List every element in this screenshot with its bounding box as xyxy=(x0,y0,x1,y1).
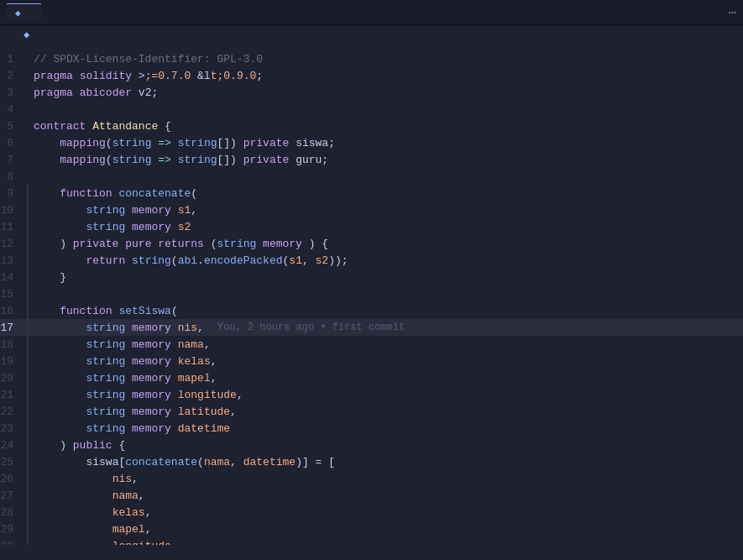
line-number-8: 8 xyxy=(0,170,27,183)
gutter-bar xyxy=(27,185,29,201)
gutter-bar xyxy=(27,336,29,353)
line-number-10: 10 xyxy=(0,204,27,217)
code-line-14: 14 } xyxy=(0,269,743,285)
code-text-23: string memory datetime xyxy=(34,422,230,435)
line-number-29: 29 xyxy=(0,523,27,536)
code-line-23: 23 string memory datetime xyxy=(0,420,743,437)
code-line-13: 13 return string(abi.encodePacked(s1, s2… xyxy=(0,252,743,269)
code-text-7: mapping(string => string[]) private guru… xyxy=(34,154,328,166)
code-text-30: longitude, xyxy=(34,540,178,546)
code-lines: 1// SPDX-License-Identifier: GPL-3.02pra… xyxy=(0,50,743,545)
line-number-7: 7 xyxy=(0,154,27,166)
line-number-24: 24 xyxy=(0,439,27,452)
code-line-2: 2pragma solidity >;=0.7.0 &lt;0.9.0; xyxy=(0,67,743,84)
code-line-28: 28 kelas, xyxy=(0,504,743,521)
code-line-17: 17 string memory nis,You, 2 hours ago • … xyxy=(0,319,743,336)
gutter-bar xyxy=(27,504,29,521)
code-text-18: string memory nama, xyxy=(34,338,211,351)
line-number-14: 14 xyxy=(0,271,27,284)
gutter-bar xyxy=(27,420,29,437)
code-line-15: 15 xyxy=(0,285,743,302)
code-line-3: 3pragma abicoder v2; xyxy=(0,84,743,101)
gutter-bar xyxy=(27,470,29,487)
code-line-10: 10 string memory s1, xyxy=(0,201,743,218)
file-icon: ◆ xyxy=(15,8,21,18)
line-number-26: 26 xyxy=(0,473,27,485)
line-number-17: 17 xyxy=(0,322,27,334)
line-number-21: 21 xyxy=(0,389,27,401)
code-line-21: 21 string memory longitude, xyxy=(0,386,743,403)
code-line-22: 22 string memory latitude, xyxy=(0,403,743,420)
code-text-9: function concatenate( xyxy=(34,187,197,200)
gutter-bar xyxy=(27,537,29,545)
blame-inline-17: You, 2 hours ago • first commit xyxy=(217,322,405,333)
code-line-16: 16 function setSiswa( xyxy=(0,302,743,319)
line-number-9: 9 xyxy=(0,187,27,200)
code-text-25: siswa[concatenate(nama, datetime)] = [ xyxy=(34,456,335,468)
line-number-2: 2 xyxy=(0,70,27,82)
code-text-6: mapping(string => string[]) private sisw… xyxy=(34,137,335,149)
gutter-bar xyxy=(27,453,29,470)
code-text-5: contract Attandance { xyxy=(34,120,171,133)
code-line-19: 19 string memory kelas, xyxy=(0,353,743,369)
gutter-bar xyxy=(27,437,29,453)
code-line-27: 27 nama, xyxy=(0,487,743,504)
gutter-bar xyxy=(27,285,29,302)
code-line-9: 9 function concatenate( xyxy=(0,185,743,201)
code-text-17: string memory nis, xyxy=(34,322,204,334)
breadcrumb: ◆ xyxy=(0,25,743,45)
breadcrumb-file-icon: ◆ xyxy=(24,29,29,41)
gutter-bar xyxy=(27,218,29,235)
code-line-29: 29 mapel, xyxy=(0,521,743,537)
line-number-19: 19 xyxy=(0,355,27,368)
more-button[interactable]: ⋯ xyxy=(728,4,736,21)
gutter-bar xyxy=(27,319,29,336)
editor-area: 1// SPDX-License-Identifier: GPL-3.02pra… xyxy=(0,50,743,545)
line-number-16: 16 xyxy=(0,305,27,317)
line-number-30: 30 xyxy=(0,540,27,546)
line-number-5: 5 xyxy=(0,120,27,133)
code-text-26: nis, xyxy=(34,473,139,485)
code-text-13: return string(abi.encodePacked(s1, s2)); xyxy=(34,254,348,267)
code-line-25: 25 siswa[concatenate(nama, datetime)] = … xyxy=(0,453,743,470)
title-bar-actions: ⋯ xyxy=(708,4,736,21)
line-number-18: 18 xyxy=(0,338,27,351)
code-text-1: // SPDX-License-Identifier: GPL-3.0 xyxy=(34,53,263,65)
line-number-3: 3 xyxy=(0,86,27,99)
gutter-bar xyxy=(27,369,29,386)
code-text-12: ) private pure returns (string memory ) … xyxy=(34,238,328,250)
gutter-bar xyxy=(27,403,29,420)
title-bar: ◆ ⋯ xyxy=(0,0,743,25)
gutter-bar xyxy=(27,252,29,269)
gutter-bar xyxy=(27,302,29,319)
file-tab[interactable]: ◆ xyxy=(7,3,41,22)
line-number-25: 25 xyxy=(0,456,27,468)
gutter-bar xyxy=(27,487,29,504)
line-number-28: 28 xyxy=(0,506,27,519)
code-text-16: function setSiswa( xyxy=(34,305,178,317)
code-line-1: 1// SPDX-License-Identifier: GPL-3.0 xyxy=(0,50,743,67)
code-text-22: string memory latitude, xyxy=(34,406,237,418)
code-line-6: 6 mapping(string => string[]) private si… xyxy=(0,134,743,151)
code-line-11: 11 string memory s2 xyxy=(0,218,743,235)
gutter-bar xyxy=(27,386,29,403)
code-line-26: 26 nis, xyxy=(0,470,743,487)
code-text-2: pragma solidity >;=0.7.0 &lt;0.9.0; xyxy=(34,70,263,82)
line-number-6: 6 xyxy=(0,137,27,149)
code-text-24: ) public { xyxy=(34,439,125,452)
code-line-18: 18 string memory nama, xyxy=(0,336,743,353)
code-line-8: 8 xyxy=(0,168,743,185)
code-text-28: kelas, xyxy=(34,506,151,519)
line-number-1: 1 xyxy=(0,53,27,65)
line-number-22: 22 xyxy=(0,406,27,418)
line-number-27: 27 xyxy=(0,489,27,502)
code-line-5: 5contract Attandance { xyxy=(0,118,743,134)
line-number-4: 4 xyxy=(0,103,27,116)
code-line-30: 30 longitude, xyxy=(0,537,743,545)
code-line-24: 24 ) public { xyxy=(0,437,743,453)
code-line-20: 20 string memory mapel, xyxy=(0,369,743,386)
gutter-bar xyxy=(27,269,29,285)
code-text-27: nama, xyxy=(34,489,145,502)
line-number-12: 12 xyxy=(0,238,27,250)
code-text-19: string memory kelas, xyxy=(34,355,217,368)
